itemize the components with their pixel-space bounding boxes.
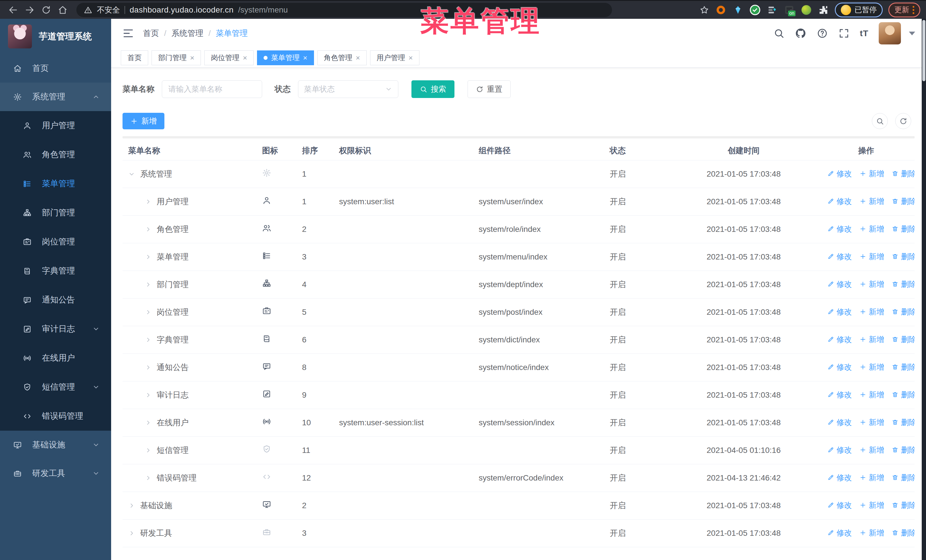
refresh-table-button[interactable]	[895, 113, 911, 129]
caret-right-icon[interactable]	[145, 254, 151, 260]
search-button[interactable]: 搜索	[412, 80, 454, 98]
edit-button[interactable]: 修改	[827, 500, 852, 510]
caret-right-icon[interactable]	[145, 392, 151, 398]
search-icon[interactable]	[773, 28, 785, 39]
add-row-button[interactable]: 新增	[859, 362, 884, 372]
delete-button[interactable]: 删除	[891, 224, 915, 234]
add-row-button[interactable]: 新增	[859, 500, 884, 510]
font-size-icon[interactable]: tT	[860, 29, 869, 38]
delete-button[interactable]: 删除	[891, 169, 915, 179]
avatar[interactable]	[879, 22, 901, 44]
edit-button[interactable]: 修改	[827, 445, 852, 455]
extension-on-badge-icon[interactable]: on	[784, 4, 795, 16]
delete-button[interactable]: 删除	[891, 362, 915, 372]
edit-button[interactable]: 修改	[827, 389, 852, 400]
forward-icon[interactable]	[22, 3, 37, 17]
add-row-button[interactable]: 新增	[859, 252, 884, 262]
edit-button[interactable]: 修改	[827, 307, 852, 317]
edit-button[interactable]: 修改	[827, 169, 852, 179]
delete-button[interactable]: 删除	[891, 252, 915, 262]
caret-right-icon[interactable]	[145, 337, 151, 343]
delete-button[interactable]: 删除	[891, 279, 915, 290]
delete-button[interactable]: 删除	[891, 307, 915, 317]
sidebar-item-12[interactable]: 错误码管理	[0, 402, 111, 431]
edit-button[interactable]: 修改	[827, 279, 852, 290]
add-row-button[interactable]: 新增	[859, 334, 884, 345]
tab-1[interactable]: 部门管理×	[151, 50, 201, 65]
bookmark-star-icon[interactable]	[699, 5, 710, 15]
sidebar-item-3[interactable]: 角色管理	[0, 140, 111, 169]
scrollbar-thumb[interactable]	[922, 20, 925, 81]
add-row-button[interactable]: 新增	[859, 169, 884, 179]
sidebar-item-13[interactable]: 基础设施	[0, 431, 111, 459]
caret-down-icon[interactable]	[128, 171, 135, 177]
add-row-button[interactable]: 新增	[859, 445, 884, 455]
caret-right-icon[interactable]	[145, 226, 151, 233]
caret-right-icon[interactable]	[145, 474, 151, 482]
edit-button[interactable]: 修改	[827, 417, 852, 427]
add-row-button[interactable]: 新增	[859, 528, 884, 538]
edit-button[interactable]: 修改	[827, 472, 852, 483]
page-scrollbar[interactable]	[922, 19, 926, 560]
sidebar-item-8[interactable]: 通知公告	[0, 285, 111, 314]
tab-0[interactable]: 首页	[121, 50, 148, 65]
extension-frog-icon[interactable]	[800, 4, 812, 16]
edit-button[interactable]: 修改	[827, 334, 852, 345]
collapse-sidebar-icon[interactable]	[122, 27, 135, 39]
question-icon[interactable]	[817, 28, 828, 39]
sidebar-item-10[interactable]: 在线用户	[0, 344, 111, 373]
add-row-button[interactable]: 新增	[859, 389, 884, 400]
breadcrumb-item[interactable]: 首页	[143, 28, 159, 39]
tab-4[interactable]: 角色管理×	[318, 50, 367, 65]
edit-button[interactable]: 修改	[827, 252, 852, 262]
extension-orange-icon[interactable]	[715, 4, 726, 16]
close-icon[interactable]: ×	[356, 54, 360, 62]
github-icon[interactable]	[795, 28, 806, 39]
caret-right-icon[interactable]	[128, 530, 135, 537]
add-row-button[interactable]: 新增	[859, 279, 884, 290]
breadcrumb-item[interactable]: 菜单管理	[216, 28, 248, 39]
sidebar-item-5[interactable]: 部门管理	[0, 198, 111, 227]
add-row-button[interactable]: 新增	[859, 417, 884, 427]
sidebar-item-6[interactable]: 岗位管理	[0, 227, 111, 257]
menu-name-input[interactable]	[162, 80, 262, 98]
close-icon[interactable]: ×	[409, 54, 413, 62]
delete-button[interactable]: 删除	[891, 417, 915, 427]
caret-right-icon[interactable]	[145, 364, 151, 371]
fullscreen-icon[interactable]	[838, 28, 850, 39]
tab-3[interactable]: 菜单管理×	[257, 50, 314, 65]
extensions-puzzle-icon[interactable]	[818, 4, 829, 16]
delete-button[interactable]: 删除	[891, 196, 915, 207]
sidebar-item-7[interactable]: 字典管理	[0, 257, 111, 285]
delete-button[interactable]: 删除	[891, 445, 915, 455]
edit-button[interactable]: 修改	[827, 224, 852, 234]
caret-right-icon[interactable]	[128, 502, 135, 509]
back-icon[interactable]	[6, 3, 21, 17]
add-row-button[interactable]: 新增	[859, 224, 884, 234]
edit-button[interactable]: 修改	[827, 362, 852, 372]
delete-button[interactable]: 删除	[891, 389, 915, 400]
delete-button[interactable]: 删除	[891, 500, 915, 510]
edit-button[interactable]: 修改	[827, 196, 852, 207]
sidebar-item-0[interactable]: 首页	[0, 54, 111, 83]
sidebar-item-1[interactable]: 系统管理	[0, 83, 111, 111]
sidebar-item-14[interactable]: 研发工具	[0, 459, 111, 488]
caret-right-icon[interactable]	[145, 281, 151, 288]
delete-button[interactable]: 删除	[891, 334, 915, 345]
sidebar-item-4[interactable]: 菜单管理	[0, 169, 111, 198]
menu-dots-icon[interactable]	[912, 6, 914, 14]
extension-bars-icon[interactable]	[766, 4, 778, 16]
sidebar-item-9[interactable]: 审计日志	[0, 314, 111, 344]
tab-2[interactable]: 岗位管理×	[204, 50, 254, 65]
reload-icon[interactable]	[39, 3, 54, 17]
extension-check-icon[interactable]	[749, 4, 761, 16]
logo-row[interactable]: 芋道管理系统	[0, 19, 111, 54]
reset-button[interactable]: 重置	[468, 80, 511, 98]
edit-button[interactable]: 修改	[827, 528, 852, 538]
caret-right-icon[interactable]	[145, 309, 151, 315]
add-row-button[interactable]: 新增	[859, 472, 884, 483]
close-icon[interactable]: ×	[190, 54, 194, 62]
add-button[interactable]: 新增	[123, 113, 164, 129]
caret-right-icon[interactable]	[145, 419, 151, 426]
status-select[interactable]: 菜单状态	[298, 80, 398, 98]
